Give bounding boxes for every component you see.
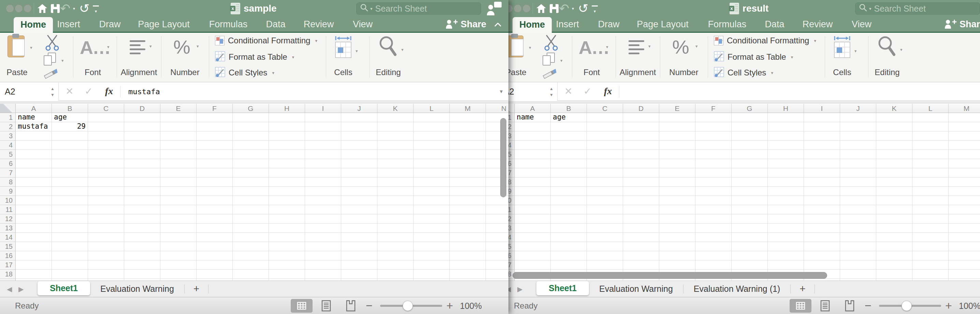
cell-E3[interactable] [659,131,695,140]
cell-B12[interactable] [551,214,587,223]
ribbon-tab-insert[interactable]: Insert [57,17,80,32]
cell-E2[interactable] [161,122,197,131]
cell-E8[interactable] [161,177,197,187]
row-header-10[interactable]: 10 [0,196,16,205]
cell-G9[interactable] [732,187,768,196]
row-header-8[interactable]: 8 [0,177,16,187]
redo-icon[interactable]: ↺ [578,0,588,17]
sheet-tab-evaluation-warning[interactable]: Evaluation Warning [589,281,683,297]
cell-G2[interactable] [233,122,269,131]
cell-G17[interactable] [732,260,768,269]
save-icon[interactable] [549,4,559,15]
row-header-2[interactable]: 2 [0,122,16,131]
cell-J12[interactable] [341,214,377,223]
paste-dropdown-icon[interactable]: ▾ [30,45,32,50]
cell-J7[interactable] [840,168,876,177]
cell-D1[interactable] [124,113,161,122]
cell-N12[interactable] [486,214,508,223]
cell-D2[interactable] [623,122,659,131]
cell-I14[interactable] [305,233,341,242]
cell-styles-button[interactable]: Cell Styles ▾ [215,67,274,78]
cell-F17[interactable] [695,260,732,269]
cell-G8[interactable] [233,177,269,187]
ribbon-tab-home[interactable]: Home [512,17,552,33]
cell-G4[interactable] [732,140,768,150]
cell-M5[interactable] [948,150,980,159]
cell-L11[interactable] [912,205,948,214]
cell-L11[interactable] [414,205,450,214]
cell-M1[interactable] [948,113,980,122]
cell-G12[interactable] [732,214,768,223]
cell-E15[interactable] [161,242,197,251]
cell-D5[interactable] [623,150,659,159]
cell-M7[interactable] [948,168,980,177]
cell-L12[interactable] [414,214,450,223]
page-break-view-button[interactable] [345,300,357,313]
cell-E4[interactable] [161,140,197,150]
cell-L14[interactable] [414,233,450,242]
cell-E11[interactable] [659,205,695,214]
cell-C14[interactable] [587,233,623,242]
sheet-tab-sheet1[interactable]: Sheet1 [536,281,589,295]
zoom-percentage[interactable]: 100% [959,297,980,314]
column-header-J[interactable]: J [840,104,876,113]
cell-I7[interactable] [305,168,341,177]
cell-J5[interactable] [341,150,377,159]
cell-G11[interactable] [732,205,768,214]
row-header-14[interactable]: 14 [0,233,16,242]
cell-D9[interactable] [623,187,659,196]
cell-L7[interactable] [912,168,948,177]
cell-A15[interactable] [16,242,52,251]
cell-I11[interactable] [305,205,341,214]
cell-G5[interactable] [732,150,768,159]
cell-N13[interactable] [486,223,508,233]
cell-J18[interactable] [341,269,377,279]
cell-H11[interactable] [269,205,305,214]
cell-B11[interactable] [551,205,587,214]
cell-L4[interactable] [912,140,948,150]
cell-G1[interactable] [233,113,269,122]
cell-I2[interactable] [305,122,341,131]
column-header-H[interactable]: H [768,104,804,113]
cell-E12[interactable] [161,214,197,223]
ribbon-tab-formulas[interactable]: Formulas [209,17,248,32]
search-scope-chevron-icon[interactable]: ▾ [869,6,872,11]
cell-K8[interactable] [876,177,912,187]
cell-N15[interactable] [486,242,508,251]
cell-C17[interactable] [587,260,623,269]
ribbon-tab-view[interactable]: View [353,17,372,32]
cell-D10[interactable] [623,196,659,205]
cell-E11[interactable] [161,205,197,214]
cell-J1[interactable] [341,113,377,122]
cell-N18[interactable] [486,269,508,279]
cell-E16[interactable] [659,251,695,260]
cell-D7[interactable] [124,168,161,177]
cell-F8[interactable] [695,177,732,187]
cell-G17[interactable] [233,260,269,269]
row-header-11[interactable]: 11 [0,205,16,214]
cell-K2[interactable] [377,122,414,131]
zoom-slider-thumb[interactable] [402,301,413,311]
cell-G12[interactable] [233,214,269,223]
select-all-corner[interactable] [0,104,16,113]
cell-J10[interactable] [341,196,377,205]
cell-C1[interactable] [587,113,623,122]
column-header-N[interactable]: N [486,104,508,113]
cell-H16[interactable] [269,251,305,260]
font-icon[interactable]: A… [579,34,609,61]
cell-I3[interactable] [804,131,840,140]
cells-icon[interactable] [335,41,352,59]
cell-M4[interactable] [450,140,486,150]
cell-G6[interactable] [732,159,768,168]
cell-E1[interactable] [161,113,197,122]
zoom-percentage[interactable]: 100% [460,297,482,314]
cell-C7[interactable] [88,168,124,177]
cell-G10[interactable] [732,196,768,205]
cell-K10[interactable] [377,196,414,205]
cell-K6[interactable] [876,159,912,168]
cell-N14[interactable] [486,233,508,242]
insert-function-icon[interactable]: fx [105,83,113,100]
cell-M15[interactable] [450,242,486,251]
cell-G16[interactable] [732,251,768,260]
home-icon[interactable] [37,3,48,15]
